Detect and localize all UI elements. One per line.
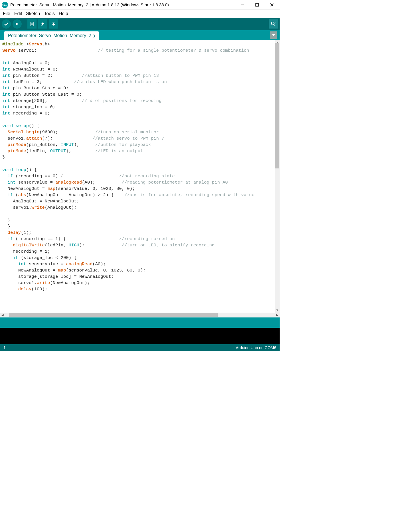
statusbar: 1 Arduino Uno on COM6	[0, 344, 280, 351]
svg-point-18	[271, 22, 274, 25]
menu-edit[interactable]: Edit	[13, 11, 24, 17]
svg-marker-16	[52, 23, 55, 26]
new-button[interactable]	[27, 19, 37, 29]
status-board-port: Arduino Uno on COM6	[236, 345, 276, 350]
arduino-logo-icon	[2, 2, 8, 8]
tab-menu-button[interactable]	[270, 31, 277, 39]
save-button[interactable]	[49, 19, 58, 29]
hscroll-thumb[interactable]	[9, 313, 218, 317]
titlebar: Potentiometer_Servo_Motion_Memory_2 | Ar…	[0, 0, 280, 10]
menu-help[interactable]: Help	[57, 11, 70, 17]
svg-rect-6	[256, 3, 259, 6]
sketch-tab[interactable]: Potentiometer_Servo_Motion_Memory_2 §	[4, 31, 99, 40]
minimize-button[interactable]	[239, 1, 246, 9]
svg-marker-14	[41, 22, 44, 25]
menu-file[interactable]: File	[1, 11, 12, 17]
maximize-button[interactable]	[253, 1, 261, 9]
window-controls	[239, 1, 276, 9]
horizontal-scrollbar[interactable]: ◀ ▶	[0, 313, 280, 317]
toolbar: -	[0, 18, 280, 30]
serial-monitor-button[interactable]: -	[269, 19, 278, 29]
menubar: File Edit Sketch Tools Help	[0, 10, 280, 18]
svg-rect-10	[30, 22, 34, 26]
verify-button[interactable]	[2, 19, 11, 29]
scroll-down-icon[interactable]: ▼	[275, 308, 280, 313]
editor-area: #include <Servo.h> Servo servo1; // test…	[0, 40, 280, 313]
console-header	[0, 317, 280, 328]
close-button[interactable]	[268, 1, 276, 9]
tab-strip: Potentiometer_Servo_Motion_Memory_2 §	[0, 30, 280, 40]
scroll-left-icon[interactable]: ◀	[0, 313, 5, 317]
upload-button[interactable]	[13, 19, 22, 29]
svg-text:-: -	[275, 22, 276, 23]
status-line-number: 1	[3, 345, 6, 350]
window-title: Potentiometer_Servo_Motion_Memory_2 | Ar…	[10, 2, 239, 7]
menu-sketch[interactable]: Sketch	[24, 11, 42, 17]
code-editor[interactable]: #include <Servo.h> Servo servo1; // test…	[0, 40, 275, 313]
svg-marker-9	[16, 23, 19, 25]
open-button[interactable]	[38, 19, 47, 29]
console-output[interactable]	[0, 328, 280, 344]
vertical-scrollbar[interactable]: ▲ ▼	[275, 40, 280, 313]
scroll-right-icon[interactable]: ▶	[275, 313, 280, 317]
svg-line-19	[274, 25, 275, 26]
menu-tools[interactable]: Tools	[42, 11, 56, 17]
vscroll-thumb[interactable]	[275, 43, 279, 168]
svg-marker-21	[272, 34, 275, 36]
